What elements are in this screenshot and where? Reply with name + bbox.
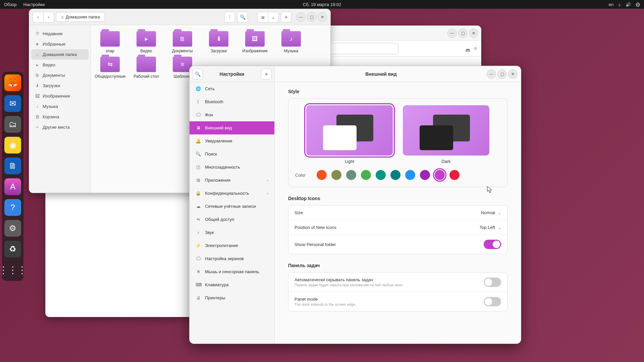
- dock-show-apps[interactable]: ⋮⋮⋮: [4, 261, 21, 278]
- folder-item[interactable]: ♪Музыка: [278, 31, 304, 53]
- maximize-button[interactable]: ▢: [458, 28, 468, 38]
- sidebar-item[interactable]: ▸Видео: [31, 60, 89, 70]
- sidebar-item[interactable]: 🗑Корзина: [31, 112, 89, 122]
- kebab-button[interactable]: ⋮: [224, 12, 235, 22]
- autohide-toggle[interactable]: [484, 278, 501, 287]
- settings-category[interactable]: ◫Многозадачность: [190, 161, 274, 174]
- dock-firefox[interactable]: 🦊: [4, 74, 21, 91]
- settings-category[interactable]: 🌐Сеть: [190, 82, 274, 95]
- settings-category[interactable]: 🖨Принтеры: [190, 291, 274, 304]
- category-icon: 🖱: [196, 269, 201, 274]
- close-button[interactable]: ✕: [508, 69, 518, 79]
- settings-category[interactable]: 🖵Фон: [190, 108, 274, 121]
- sidebar-icon: ⬇: [35, 83, 40, 88]
- settings-category[interactable]: 🖥Внешний вид: [190, 121, 274, 134]
- search-button[interactable]: 🔍: [237, 12, 248, 22]
- view-dropdown-button[interactable]: ⌄: [268, 12, 279, 22]
- sidebar-item[interactable]: ⬇Загрузки: [31, 80, 89, 91]
- settings-category[interactable]: 🖵Настройка экранов: [190, 252, 274, 265]
- minimize-button[interactable]: —: [487, 69, 496, 79]
- menu-icon[interactable]: ≡: [474, 46, 477, 52]
- settings-category[interactable]: 🔔Уведомления: [190, 134, 274, 147]
- clock[interactable]: Сб, 19 марта 19:02: [303, 2, 341, 7]
- maximize-button[interactable]: ▢: [307, 12, 316, 22]
- color-swatch[interactable]: [361, 170, 371, 180]
- folder-item[interactable]: ▸Видео: [133, 31, 159, 53]
- sidebar-item[interactable]: 🗎Документы: [31, 70, 89, 80]
- minimize-button[interactable]: —: [296, 12, 306, 22]
- folder-item[interactable]: Рабочий стол: [133, 57, 159, 79]
- hamburger-button[interactable]: ≡: [281, 12, 291, 22]
- forward-button[interactable]: ›: [43, 12, 54, 22]
- close-button[interactable]: ✕: [318, 12, 327, 22]
- folder-item[interactable]: snap: [97, 31, 123, 53]
- dock-software[interactable]: A: [4, 178, 21, 195]
- category-icon: 🖥: [196, 125, 201, 130]
- style-heading: Style: [288, 89, 507, 94]
- dock-rhythmbox[interactable]: ◉: [4, 137, 21, 154]
- style-light[interactable]: [306, 105, 393, 156]
- maximize-button[interactable]: ▢: [497, 69, 507, 79]
- power-icon[interactable]: ⏻: [636, 2, 640, 7]
- close-button[interactable]: ✕: [469, 28, 478, 38]
- position-row[interactable]: Position of New Icons Top Left⌄: [288, 220, 507, 235]
- settings-category[interactable]: ☁Сетевые учётные записи: [190, 200, 274, 213]
- sidebar-item[interactable]: ⌂Домашняя папка: [31, 49, 89, 60]
- settings-category[interactable]: ⚡Электропитание: [190, 239, 274, 252]
- settings-category[interactable]: ᛒBluetooth: [190, 95, 274, 108]
- color-swatch[interactable]: [435, 170, 445, 180]
- volume-icon[interactable]: 🔊: [626, 2, 631, 7]
- settings-category[interactable]: 🖱Мышь и сенсорная панель: [190, 265, 274, 278]
- folder-item[interactable]: ⇋Общедоступные: [97, 57, 123, 79]
- settings-category[interactable]: ⊞Приложения›: [190, 174, 274, 187]
- menu-button[interactable]: ≡: [261, 69, 272, 79]
- color-swatch[interactable]: [346, 170, 356, 180]
- settings-category[interactable]: 🔒Конфиденциальность›: [190, 187, 274, 200]
- color-swatch[interactable]: [331, 170, 341, 180]
- pocket-icon[interactable]: ◛: [465, 45, 471, 52]
- dock-files[interactable]: 🗂: [4, 116, 21, 133]
- color-swatch[interactable]: [376, 170, 386, 180]
- folder-item[interactable]: 🗎Документы: [169, 31, 196, 53]
- sidebar-item[interactable]: 🖼Изображения: [31, 91, 89, 101]
- dock-settings[interactable]: ⚙: [4, 220, 21, 237]
- color-swatch[interactable]: [405, 170, 415, 180]
- sidebar-icon: +: [35, 125, 40, 130]
- path-bar[interactable]: ⌂Домашняя папка: [56, 12, 105, 22]
- activities-button[interactable]: Обзор: [4, 2, 17, 7]
- style-dark[interactable]: [403, 105, 489, 156]
- color-swatch[interactable]: [420, 170, 430, 180]
- category-icon: ◫: [196, 165, 201, 170]
- sidebar-item[interactable]: ★Избранные: [31, 39, 89, 49]
- panel-box: Автоматически скрывать панель задач Пане…: [288, 272, 507, 311]
- panelmode-row: Panel mode The dock extends to the scree…: [288, 292, 507, 311]
- dock-help[interactable]: ?: [4, 199, 21, 216]
- size-row[interactable]: Size Normal⌄: [288, 205, 507, 220]
- category-icon: 🌐: [196, 86, 201, 91]
- dock-trash[interactable]: ♻: [4, 241, 21, 257]
- settings-category[interactable]: 🔍Поиск: [190, 147, 274, 161]
- sidebar-item[interactable]: +Другие места: [31, 122, 89, 132]
- back-button[interactable]: ‹: [33, 12, 43, 22]
- folder-item[interactable]: 🖼Изображения: [242, 31, 268, 53]
- search-button[interactable]: 🔍: [192, 69, 203, 79]
- color-swatch[interactable]: [390, 170, 400, 180]
- lang-indicator[interactable]: en: [609, 2, 613, 7]
- minimize-button[interactable]: —: [447, 28, 457, 38]
- app-menu[interactable]: Настройки: [23, 2, 45, 7]
- network-icon[interactable]: ⏚: [618, 2, 621, 7]
- personal-folder-toggle[interactable]: [484, 240, 501, 249]
- folder-item[interactable]: ⬇Загрузки: [206, 31, 232, 53]
- dock-writer[interactable]: 🗎: [4, 158, 21, 174]
- panelmode-toggle[interactable]: [484, 297, 501, 306]
- style-dark-label: Dark: [441, 159, 450, 164]
- settings-category[interactable]: ⌨Клавиатура: [190, 278, 274, 291]
- view-list-button[interactable]: ≣: [257, 12, 268, 22]
- color-swatch[interactable]: [449, 170, 460, 180]
- settings-category[interactable]: ♪Звук: [190, 226, 274, 239]
- color-swatch[interactable]: [317, 170, 327, 180]
- sidebar-item[interactable]: ⏱Недавние: [31, 28, 89, 39]
- sidebar-item[interactable]: ♪Музыка: [31, 101, 89, 112]
- settings-category[interactable]: ⇋Общий доступ: [190, 213, 274, 226]
- dock-thunderbird[interactable]: ✉: [4, 95, 21, 112]
